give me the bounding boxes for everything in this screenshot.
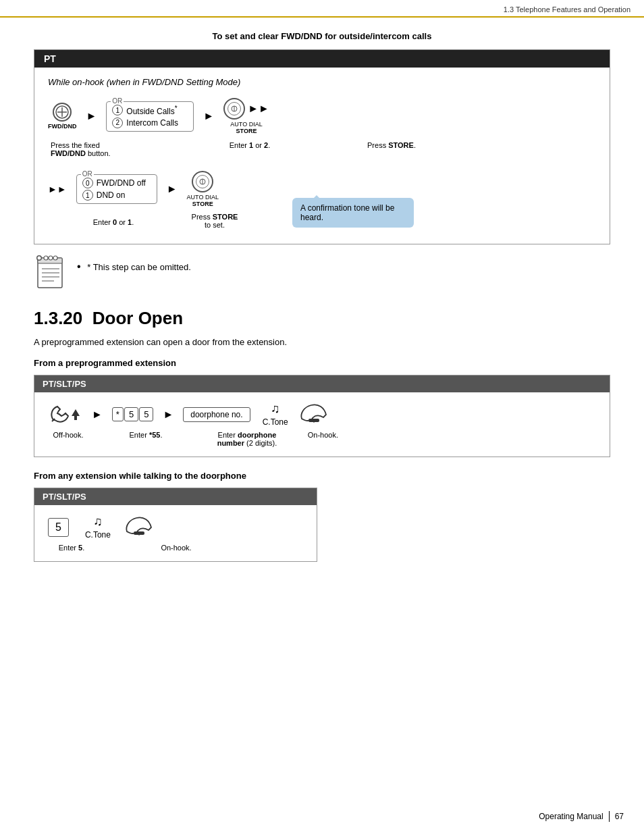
pt-slt-ps-diagram-2: PT/SLT/PS 5 ♫ C.Tone [34,488,317,562]
door2-flow-labels: Enter 5. On-hook. [48,544,303,552]
store-inner-2 [196,175,209,188]
footer-label: Operating Manual [539,812,603,821]
fwd-circle [53,103,72,122]
fwd-label: FWD/DND [48,123,77,130]
flow1-labels: Press the fixed FWD/DND button. Enter 1 … [48,141,596,157]
label-enter-doorphone: Enter doorphonenumber (2 digits). [203,431,291,447]
note-section: • * This step can be omitted. [34,255,610,292]
svg-point-11 [53,256,57,260]
main-content: To set and clear FWD/DND for outside/int… [0,18,644,593]
door1-flow-labels: Off-hook. Enter *55. Enter doorphonenumb… [48,431,596,447]
key-5a: 5 [124,407,138,421]
notepad-icon [34,255,68,292]
ctone-label-1: C.Tone [263,417,288,427]
auto-dial-label: AUTO DIAL [230,121,262,128]
double-arrow-right: ►► [248,103,269,115]
label-on-hook-2: On-hook. [149,544,203,552]
ctone-2: ♫ C.Tone [85,515,111,540]
subsection2-heading: From any extension while talking to the … [34,471,610,481]
fwd-flow-row-2-wrapper: ►► OR 0 FWD/DND off 1 DND on [48,171,596,234]
arrow-door-1: ► [92,409,103,421]
arrow-2: ► [203,110,214,122]
or-box-2: OR 0 FWD/DND off 1 DND on [76,174,157,204]
arrow-3: ► [167,183,178,195]
offhook-up-arrow [69,408,82,421]
header-title: 1.3 Telephone Features and Operation [504,5,630,14]
music-note-1: ♫ [271,402,280,416]
ctone-label-2: C.Tone [85,530,111,540]
num-1b: 1 [82,190,93,201]
fwd-dnd-off-label: FWD/DND off [97,178,146,188]
arrow-door-2: ► [163,409,173,421]
store-button-1: ►► AUTO DIAL STORE [223,98,269,134]
door-open-title: 1.3.20 Door Open [34,308,610,329]
store-label: STORE [236,128,257,134]
footer-page: 67 [615,812,624,821]
pt-diagram-header: PT [34,50,610,68]
onhook-icon-1 [299,402,329,424]
label-press-store-set: Press STOREto set. [184,213,245,229]
pt-slt-ps-body-1: ► * 5 5 ► doorphone no. ♫ C.Tone [34,392,610,457]
key-5b: 5 [139,407,153,421]
label-enter-1-2: Enter 1 or 2. [219,141,280,149]
pt-diagram-body: While on-hook (when in FWD/DND Setting M… [34,68,610,244]
svg-rect-19 [74,416,77,420]
outside-calls-label: Outside Calls* [126,105,177,116]
label-enter-0-1: Enter 0 or 1. [70,218,157,226]
page-footer: Operating Manual 67 [539,811,624,822]
num-0: 0 [82,178,93,188]
or-item-2: 2 Intercom Calls [112,118,178,128]
page-header: 1.3 Telephone Features and Operation [0,0,644,18]
svg-point-9 [44,256,48,260]
svg-point-10 [49,256,53,260]
flow2-group: ►► OR 0 FWD/DND off 1 DND on [48,171,245,234]
confirmation-tooltip: A confirmation tone will be heard. [292,198,414,228]
doorphone-no-box: doorphone no. [183,407,250,422]
onhook-icon-wrapper-2 [124,515,154,539]
pt-diagram-box: PT While on-hook (when in FWD/DND Settin… [34,49,610,244]
door-flow-row-1: ► * 5 5 ► doorphone no. ♫ C.Tone [48,402,596,427]
or-label-2: OR [81,170,94,178]
auto-dial-label-2: AUTO DIAL [187,194,219,201]
music-note-2: ♫ [93,515,103,529]
door-open-desc: A preprogrammed extension can open a doo… [34,337,610,347]
dnd-on-label: DND on [97,190,126,200]
key-5-door2: 5 [48,518,69,537]
store-inner [227,102,241,115]
label-on-hook-1: On-hook. [298,431,338,439]
pt-slt-ps-diagram-1: PT/SLT/PS [34,375,610,457]
footer-divider [609,811,610,822]
num-1: 1 [112,105,123,115]
intercom-calls-label: Intercom Calls [126,118,178,128]
flow2-labels: Enter 0 or 1. Press STOREto set. [48,218,245,234]
svg-point-17 [38,257,41,260]
arrow-1: ► [86,110,97,122]
store-button-2: AUTO DIAL STORE [187,171,219,207]
fwd-section-heading: To set and clear FWD/DND for outside/int… [34,31,610,41]
or-item-1: 1 Outside Calls* [112,105,177,116]
tooltip-wrapper: A confirmation tone will be heard. [292,198,414,228]
label-press-store: Press STORE. [361,141,422,149]
star-55-keys: * 5 5 [112,407,154,421]
star-key: * [112,407,124,421]
pt-slt-ps-header-2: PT/SLT/PS [34,488,317,505]
or-item-3: 0 FWD/DND off [82,178,146,188]
ctone-1: ♫ C.Tone [263,402,288,427]
or-item-4: 1 DND on [82,190,126,201]
store-btn-circle [223,98,245,120]
onhook-icon-wrapper-1 [299,402,329,426]
double-arrow-left-2: ►► [48,184,67,194]
bullet-point: • [77,261,81,272]
num-2: 2 [112,118,123,128]
label-enter-star55: Enter *55. [115,431,176,439]
fwd-italic-note: While on-hook (when in FWD/DND Setting M… [48,77,596,87]
offhook-icon-wrapper [48,402,82,427]
or-box-1: OR 1 Outside Calls* 2 Intercom Calls [106,101,194,132]
fwd-flow-row-2: ►► OR 0 FWD/DND off 1 DND on [48,171,219,207]
subsection1-heading: From a preprogrammed extension [34,358,610,368]
label-fwd-btn: Press the fixed FWD/DND button. [51,141,111,157]
door-flow-row-2: 5 ♫ C.Tone [48,515,303,540]
store-btn-circle-2 [192,171,213,192]
note-text: • * This step can be omitted. [77,255,191,273]
pt-slt-ps-header-1: PT/SLT/PS [34,375,610,392]
